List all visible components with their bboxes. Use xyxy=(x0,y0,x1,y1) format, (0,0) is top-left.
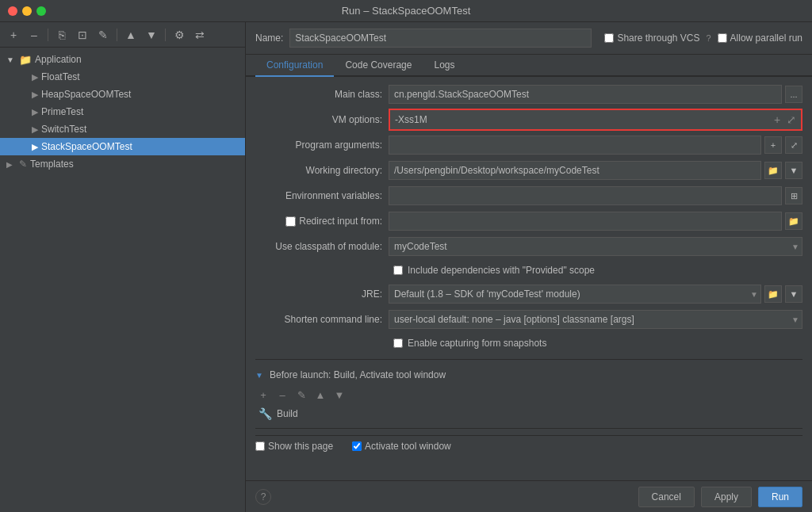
before-launch-header[interactable]: ▼ Before launch: Build, Activate tool wi… xyxy=(255,366,802,384)
main-class-browse-btn[interactable]: ... xyxy=(785,86,802,103)
share-help-icon[interactable]: ? xyxy=(706,33,710,43)
vm-expand-btn[interactable]: ⤢ xyxy=(785,113,798,126)
main-class-row: Main class: ... xyxy=(255,83,802,105)
redirect-input-group: 📁 xyxy=(389,212,802,231)
name-right-options: Share through VCS ? Allow parallel run xyxy=(604,32,802,44)
program-args-browse-btn[interactable]: ⤢ xyxy=(785,136,802,154)
expand-arrow-templates: ▶ xyxy=(6,160,16,169)
share-vcs-label: Share through VCS xyxy=(604,32,699,44)
tab-logs[interactable]: Logs xyxy=(423,55,465,77)
show-page-checkbox[interactable] xyxy=(255,441,265,451)
redirect-browse-btn[interactable]: 📁 xyxy=(785,212,802,230)
tab-code-coverage[interactable]: Code Coverage xyxy=(334,55,423,77)
remove-button[interactable]: – xyxy=(25,26,43,44)
before-launch-down-btn[interactable]: ▼ xyxy=(331,387,347,403)
jre-input-group: Default (1.8 – SDK of 'myCodeTest' modul… xyxy=(389,285,802,304)
move-up-button[interactable]: ▲ xyxy=(122,26,140,44)
vm-options-row: VM options: + ⤢ xyxy=(255,109,802,131)
env-vars-input[interactable] xyxy=(389,186,782,205)
filter-button[interactable]: ⇄ xyxy=(191,26,209,44)
jre-select[interactable]: Default (1.8 – SDK of 'myCodeTest' modul… xyxy=(389,285,761,304)
sidebar-item-switch-test[interactable]: ▶ SwitchTest xyxy=(0,120,245,138)
right-panel: Name: Share through VCS ? Allow parallel… xyxy=(246,22,812,512)
window-title: Run – StackSpaceOOMTest xyxy=(342,5,471,17)
shorten-cmd-row: Shorten command line: user-local default… xyxy=(255,308,802,331)
redirect-input-field[interactable] xyxy=(389,212,782,231)
share-vcs-text: Share through VCS xyxy=(617,32,699,44)
vm-options-input[interactable] xyxy=(390,110,768,129)
tabs-bar: Configuration Code Coverage Logs xyxy=(246,55,812,77)
name-input[interactable] xyxy=(289,29,592,48)
save-button[interactable]: ⊡ xyxy=(74,26,91,44)
program-args-input[interactable] xyxy=(389,136,761,155)
run-config-icon-2: ▶ xyxy=(32,90,38,100)
move-down-button[interactable]: ▼ xyxy=(143,26,160,44)
include-deps-label: Include dependencies with "Provided" sco… xyxy=(408,265,595,276)
sidebar-item-label-stack: StackSpaceOOMTest xyxy=(41,141,132,152)
apply-button[interactable]: Apply xyxy=(701,487,752,507)
sidebar-item-templates[interactable]: ▶ ✎ Templates xyxy=(0,155,245,173)
include-deps-checkbox[interactable] xyxy=(393,266,403,275)
program-args-expand-btn[interactable]: + xyxy=(764,136,782,154)
before-launch-up-btn[interactable]: ▲ xyxy=(312,387,328,403)
settings-button[interactable]: ⚙ xyxy=(170,26,188,44)
cancel-button[interactable]: Cancel xyxy=(638,487,695,507)
close-button[interactable] xyxy=(8,6,17,16)
jre-browse-btn[interactable]: 📁 xyxy=(764,285,782,303)
tab-configuration[interactable]: Configuration xyxy=(255,55,334,77)
jre-select-wrapper: Default (1.8 – SDK of 'myCodeTest' modul… xyxy=(389,285,761,304)
working-dir-browse-btn[interactable]: 📁 xyxy=(764,162,782,179)
enable-snapshots-row: Enable capturing form snapshots xyxy=(255,334,802,353)
env-vars-row: Environment variables: ⊞ xyxy=(255,185,802,207)
jre-dropdown-btn[interactable]: ▼ xyxy=(785,285,802,303)
share-vcs-checkbox[interactable] xyxy=(604,33,614,43)
maximize-button[interactable] xyxy=(36,6,46,16)
shorten-cmd-select[interactable]: user-local default: none – java [options… xyxy=(389,310,802,329)
env-vars-input-group: ⊞ xyxy=(389,186,802,205)
working-dir-input-group: 📁 ▼ xyxy=(389,161,802,180)
enable-snapshots-checkbox[interactable] xyxy=(393,338,403,348)
minimize-button[interactable] xyxy=(22,6,32,16)
activate-window-checkbox[interactable] xyxy=(352,441,362,451)
sidebar-item-float-test[interactable]: ▶ FloatTest xyxy=(0,68,245,86)
run-config-icon-5: ▶ xyxy=(32,142,38,152)
redirect-checkbox-area: Redirect input from: xyxy=(255,216,382,227)
config-form: Main class: ... VM options: + ⤢ xyxy=(246,77,812,480)
help-button[interactable]: ? xyxy=(255,489,271,505)
separator-1 xyxy=(48,29,48,41)
sidebar-item-stack-space[interactable]: ▶ StackSpaceOOMTest xyxy=(0,138,245,155)
vm-options-input-wrapper: + ⤢ xyxy=(389,109,802,131)
sidebar-item-heap-space[interactable]: ▶ HeapSpaceOOMTest xyxy=(0,86,245,103)
run-button[interactable]: Run xyxy=(758,487,802,507)
before-launch-edit-btn[interactable]: ✎ xyxy=(293,387,309,403)
main-class-input[interactable] xyxy=(389,85,782,104)
build-item: 🔧 Build xyxy=(255,406,802,422)
classpath-select[interactable]: myCodeTest xyxy=(389,237,802,256)
sidebar-item-label-prime: PrimeTest xyxy=(41,106,83,117)
working-dir-row: Working directory: 📁 ▼ xyxy=(255,159,802,181)
working-dir-dropdown-btn[interactable]: ▼ xyxy=(785,162,802,179)
program-args-row: Program arguments: + ⤢ xyxy=(255,134,802,156)
sidebar-item-application[interactable]: ▼ 📁 Application xyxy=(0,51,245,68)
allow-parallel-checkbox[interactable] xyxy=(718,33,727,43)
name-row: Name: Share through VCS ? Allow parallel… xyxy=(246,22,812,55)
before-launch-remove-btn[interactable]: – xyxy=(274,387,290,403)
vm-add-btn[interactable]: + xyxy=(771,113,783,126)
shorten-cmd-select-wrapper: user-local default: none – java [options… xyxy=(389,310,802,329)
add-button[interactable]: + xyxy=(5,26,22,44)
edit-button[interactable]: ✎ xyxy=(94,26,112,44)
redirect-input-checkbox[interactable] xyxy=(285,216,296,227)
program-args-input-group: + ⤢ xyxy=(389,136,802,155)
classpath-row: Use classpath of module: myCodeTest ▼ xyxy=(255,235,802,258)
before-launch-toolbar: + – ✎ ▲ ▼ xyxy=(255,384,802,406)
sidebar-item-prime-test[interactable]: ▶ PrimeTest xyxy=(0,103,245,120)
env-vars-browse-btn[interactable]: ⊞ xyxy=(785,187,802,204)
copy-button[interactable]: ⎘ xyxy=(53,26,71,44)
before-launch-add-btn[interactable]: + xyxy=(255,387,271,403)
allow-parallel-label: Allow parallel run xyxy=(718,32,802,44)
titlebar: Run – StackSpaceOOMTest xyxy=(0,0,812,22)
name-label: Name: xyxy=(255,32,283,44)
sidebar-item-label-application: Application xyxy=(35,54,82,65)
working-dir-input[interactable] xyxy=(389,161,761,180)
footer-left: ? xyxy=(255,489,632,505)
